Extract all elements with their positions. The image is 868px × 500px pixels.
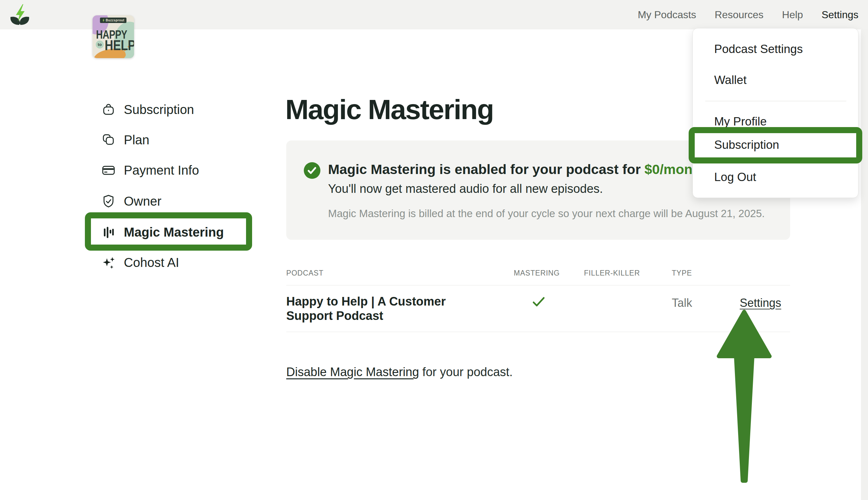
- sidebar-label: Owner: [124, 194, 161, 208]
- check-circle-icon: [304, 162, 320, 179]
- briefcase-icon: [102, 102, 116, 116]
- artwork-buzzsprout-badge: Buzzsprout: [100, 18, 126, 23]
- sidebar-label: Plan: [124, 133, 149, 147]
- sidebar-label: Subscription: [124, 102, 194, 117]
- shield-check-icon: [102, 194, 116, 208]
- buzzsprout-logo-icon[interactable]: [8, 3, 31, 26]
- sidebar-label: Payment Info: [124, 163, 199, 178]
- buzzsprout-settings-page: My Podcasts Resources Help Settings Buzz…: [0, 0, 868, 500]
- waveform-icon: [102, 225, 116, 239]
- sidebar-item-owner[interactable]: Owner: [102, 192, 161, 211]
- row-settings-link[interactable]: Settings: [740, 296, 781, 310]
- credit-card-icon: [102, 163, 116, 177]
- menu-item-subscription[interactable]: Subscription: [714, 138, 779, 152]
- nav-resources[interactable]: Resources: [715, 9, 764, 21]
- menu-divider: [705, 101, 846, 101]
- artwork-title-help: HELP: [105, 37, 134, 54]
- menu-item-wallet[interactable]: Wallet: [714, 73, 747, 87]
- col-header-podcast: PODCAST: [286, 269, 324, 277]
- page-title: Magic Mastering: [285, 93, 493, 126]
- sidebar-item-subscription[interactable]: Subscription: [102, 100, 194, 119]
- nav-settings[interactable]: Settings: [821, 9, 858, 21]
- top-nav: My Podcasts Resources Help Settings: [638, 0, 858, 30]
- col-header-mastering: MASTERING: [514, 269, 560, 277]
- podcast-type-cell: Talk: [672, 296, 692, 310]
- mastering-check-icon: [532, 297, 545, 307]
- banner-subtitle: You'll now get mastered audio for all ne…: [328, 182, 603, 196]
- sidebar-item-payment-info[interactable]: Payment Info: [102, 161, 199, 180]
- disable-line: Disable Magic Mastering for your podcast…: [286, 365, 513, 379]
- artwork-title-to: to: [96, 41, 104, 48]
- podcast-name-cell: Happy to Help | A Customer Support Podca…: [286, 294, 490, 323]
- banner-title: Magic Mastering is enabled for your podc…: [328, 161, 706, 177]
- sparkles-icon: [102, 255, 116, 270]
- disable-magic-mastering-link[interactable]: Disable Magic Mastering: [286, 365, 419, 379]
- copy-icon: [102, 133, 116, 147]
- podcast-artwork[interactable]: Buzzsprout HAPPY to HELP: [93, 15, 134, 58]
- sidebar-label: Magic Mastering: [124, 225, 224, 239]
- sidebar-label: Cohost AI: [124, 255, 179, 270]
- table-divider: [286, 332, 790, 332]
- nav-my-podcasts[interactable]: My Podcasts: [638, 9, 696, 21]
- green-arrow-annotation: [716, 310, 772, 486]
- col-header-type: TYPE: [672, 269, 692, 277]
- scrollbar-gutter[interactable]: [861, 0, 868, 500]
- menu-item-podcast-settings[interactable]: Podcast Settings: [714, 43, 803, 56]
- banner-billing-note: Magic Mastering is billed at the end of …: [328, 207, 765, 220]
- menu-item-log-out[interactable]: Log Out: [714, 170, 756, 184]
- table-divider: [286, 285, 790, 285]
- nav-help[interactable]: Help: [782, 9, 803, 21]
- sidebar-item-magic-mastering[interactable]: Magic Mastering: [102, 223, 224, 242]
- menu-item-my-profile[interactable]: My Profile: [714, 115, 766, 128]
- mini-bolt-icon: [102, 19, 105, 22]
- sidebar-item-cohost-ai[interactable]: Cohost AI: [102, 253, 179, 272]
- col-header-filler-killer: FILLER-KILLER: [584, 269, 640, 277]
- sidebar-item-plan[interactable]: Plan: [102, 130, 149, 149]
